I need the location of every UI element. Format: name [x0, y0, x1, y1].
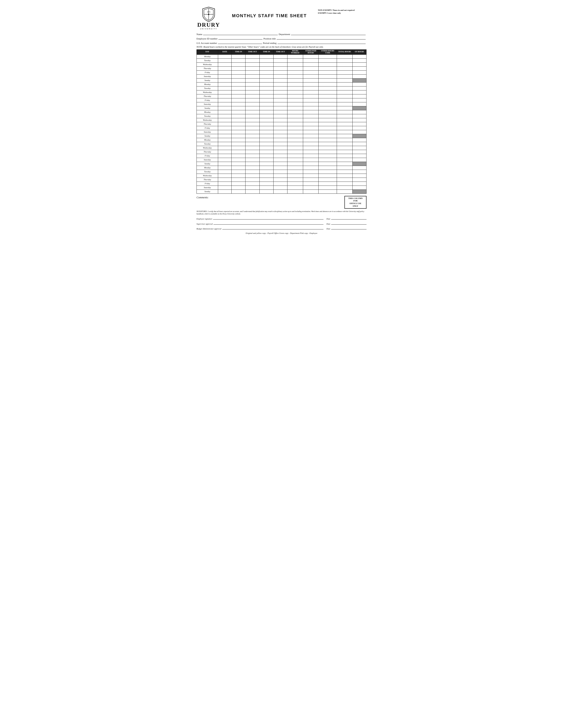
time-cell[interactable]: [231, 118, 245, 122]
other-code-cell[interactable]: [319, 114, 337, 118]
time-cell[interactable]: [231, 178, 245, 182]
ot-hours-cell[interactable]: [352, 138, 366, 142]
other-code-cell[interactable]: [319, 102, 337, 106]
time-cell[interactable]: [245, 90, 259, 94]
other-paid-cell[interactable]: [303, 142, 319, 146]
time-cell[interactable]: [273, 118, 287, 122]
other-code-cell[interactable]: [319, 78, 337, 82]
date-cell[interactable]: [218, 82, 231, 86]
ot-hours-cell[interactable]: [352, 66, 366, 70]
ot-hours-cell[interactable]: [352, 174, 366, 178]
time-cell[interactable]: [231, 126, 245, 130]
other-paid-cell[interactable]: [303, 86, 319, 90]
time-cell[interactable]: [245, 158, 259, 162]
other-code-cell[interactable]: [319, 170, 337, 174]
ot-hours-cell[interactable]: [352, 102, 366, 106]
time-cell[interactable]: [245, 126, 259, 130]
hours-worked-cell[interactable]: [288, 118, 303, 122]
time-cell[interactable]: [259, 82, 273, 86]
total-hours-cell[interactable]: [337, 114, 353, 118]
hours-worked-cell[interactable]: [288, 102, 303, 106]
time-cell[interactable]: [273, 74, 287, 78]
ot-hours-cell[interactable]: [352, 150, 366, 154]
time-cell[interactable]: [231, 62, 245, 66]
date-cell[interactable]: [218, 106, 231, 110]
budget-sig-field[interactable]: [222, 226, 324, 229]
time-cell[interactable]: [259, 114, 273, 118]
time-cell[interactable]: [245, 130, 259, 134]
total-hours-cell[interactable]: [337, 126, 353, 130]
time-cell[interactable]: [259, 134, 273, 138]
time-cell[interactable]: [273, 122, 287, 126]
other-paid-cell[interactable]: [303, 170, 319, 174]
date-cell[interactable]: [218, 142, 231, 146]
hours-worked-cell[interactable]: [288, 166, 303, 170]
hours-worked-cell[interactable]: [288, 74, 303, 78]
date-cell[interactable]: [218, 74, 231, 78]
time-cell[interactable]: [245, 118, 259, 122]
other-paid-cell[interactable]: [303, 106, 319, 110]
other-code-cell[interactable]: [319, 178, 337, 182]
total-hours-cell[interactable]: [337, 170, 353, 174]
supervisor-sig-field[interactable]: [213, 221, 323, 225]
hours-worked-cell[interactable]: [288, 142, 303, 146]
time-cell[interactable]: [245, 62, 259, 66]
date-cell[interactable]: [218, 94, 231, 98]
other-code-cell[interactable]: [319, 190, 337, 193]
hours-worked-cell[interactable]: [288, 162, 303, 166]
time-cell[interactable]: [259, 118, 273, 122]
date-cell[interactable]: [218, 138, 231, 142]
hours-worked-cell[interactable]: [288, 66, 303, 70]
other-code-cell[interactable]: [319, 162, 337, 166]
date-cell[interactable]: [218, 54, 231, 58]
total-hours-cell[interactable]: [337, 154, 353, 158]
hours-worked-cell[interactable]: [288, 58, 303, 62]
time-cell[interactable]: [273, 94, 287, 98]
other-code-cell[interactable]: [319, 58, 337, 62]
time-cell[interactable]: [259, 78, 273, 82]
ot-hours-cell[interactable]: [352, 110, 366, 114]
hours-worked-cell[interactable]: [288, 146, 303, 150]
time-cell[interactable]: [231, 58, 245, 62]
other-code-cell[interactable]: [319, 142, 337, 146]
ot-hours-cell[interactable]: [352, 62, 366, 66]
other-code-cell[interactable]: [319, 150, 337, 154]
time-cell[interactable]: [231, 82, 245, 86]
ot-hours-cell[interactable]: [352, 126, 366, 130]
ot-hours-cell[interactable]: [352, 114, 366, 118]
hours-worked-cell[interactable]: [288, 154, 303, 158]
time-cell[interactable]: [259, 62, 273, 66]
ot-hours-cell[interactable]: [352, 170, 366, 174]
other-paid-cell[interactable]: [303, 118, 319, 122]
other-code-cell[interactable]: [319, 74, 337, 78]
time-cell[interactable]: [245, 122, 259, 126]
time-cell[interactable]: [231, 94, 245, 98]
ot-hours-cell[interactable]: [352, 118, 366, 122]
time-cell[interactable]: [259, 142, 273, 146]
other-paid-cell[interactable]: [303, 186, 319, 190]
time-cell[interactable]: [273, 134, 287, 138]
total-hours-cell[interactable]: [337, 110, 353, 114]
time-cell[interactable]: [245, 154, 259, 158]
date-cell[interactable]: [218, 86, 231, 90]
other-code-cell[interactable]: [319, 134, 337, 138]
time-cell[interactable]: [273, 102, 287, 106]
time-cell[interactable]: [259, 54, 273, 58]
time-cell[interactable]: [259, 74, 273, 78]
time-cell[interactable]: [273, 154, 287, 158]
other-paid-cell[interactable]: [303, 182, 319, 186]
time-cell[interactable]: [231, 146, 245, 150]
hours-worked-cell[interactable]: [288, 130, 303, 134]
other-paid-cell[interactable]: [303, 78, 319, 82]
time-cell[interactable]: [259, 70, 273, 74]
date-cell[interactable]: [218, 174, 231, 178]
hours-worked-cell[interactable]: [288, 70, 303, 74]
date-cell[interactable]: [218, 186, 231, 190]
other-code-cell[interactable]: [319, 82, 337, 86]
hours-worked-cell[interactable]: [288, 186, 303, 190]
time-cell[interactable]: [259, 86, 273, 90]
hours-worked-cell[interactable]: [288, 174, 303, 178]
position-title-field[interactable]: [276, 36, 366, 39]
total-hours-cell[interactable]: [337, 178, 353, 182]
other-paid-cell[interactable]: [303, 58, 319, 62]
